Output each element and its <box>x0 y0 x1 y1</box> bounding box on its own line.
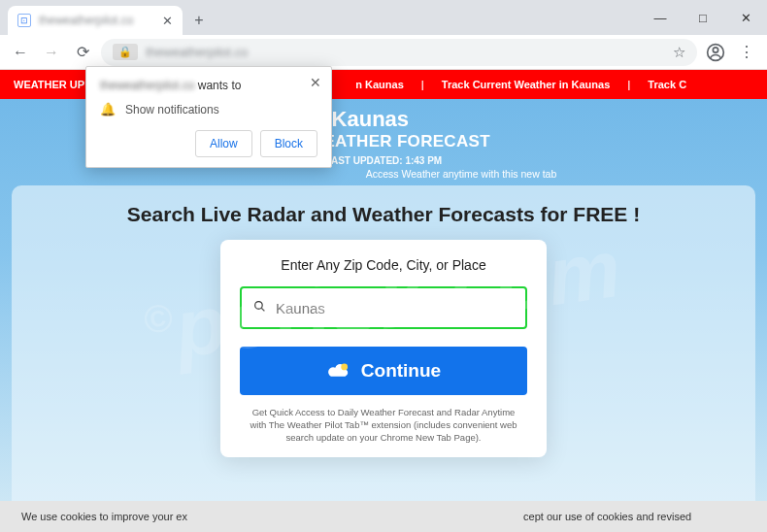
zip-input-value: Kaunas <box>276 300 325 316</box>
menu-icon[interactable]: ⋮ <box>734 40 759 65</box>
city-name: s, Kaunas <box>308 107 490 132</box>
window-maximize-button[interactable]: □ <box>682 0 724 35</box>
svg-line-3 <box>261 308 264 311</box>
continue-button[interactable]: Continue <box>240 347 527 395</box>
cookie-banner: We use cookies to improve your ex cept o… <box>0 501 767 532</box>
redbar-item: Track C <box>648 79 686 90</box>
svg-point-2 <box>255 302 263 310</box>
svg-point-4 <box>341 364 348 371</box>
reload-button[interactable]: ⟳ <box>70 40 95 65</box>
notif-buttons: Allow Block <box>100 130 317 157</box>
titlebar: ⊡ theweatherpilot.co ✕ + — □ ✕ <box>0 0 767 35</box>
allow-button[interactable]: Allow <box>195 130 252 157</box>
new-tab-button[interactable]: + <box>186 8 212 33</box>
search-card: Enter Any Zip Code, City, or Place Kauna… <box>220 240 547 457</box>
block-button[interactable]: Block <box>260 130 317 157</box>
bookmark-star-icon[interactable]: ☆ <box>673 44 685 61</box>
cookie-text-left: We use cookies to improve your ex <box>21 511 187 522</box>
zip-input[interactable]: Kaunas <box>240 286 527 329</box>
profile-icon[interactable] <box>703 40 728 65</box>
notif-site: theweatherpilot.co <box>100 79 194 92</box>
address-bar[interactable]: 🔒 theweatherpilot.co ☆ <box>101 39 697 66</box>
window-minimize-button[interactable]: — <box>639 0 682 35</box>
bell-icon: 🔔 <box>100 102 116 116</box>
tab-close-icon[interactable]: ✕ <box>162 14 173 28</box>
lock-icon: 🔒 <box>113 44 138 60</box>
window-controls: — □ ✕ <box>639 0 767 35</box>
search-panel: Search Live Radar and Weather Forecasts … <box>12 185 755 515</box>
card-disclaimer: Get Quick Access to Daily Weather Foreca… <box>240 407 527 444</box>
access-text: Access Weather anytime with this new tab <box>155 168 767 180</box>
panel-heading: Search Live Radar and Weather Forecasts … <box>12 203 755 226</box>
search-icon <box>253 300 266 316</box>
notif-line2: 🔔 Show notifications <box>100 102 317 116</box>
forward-button[interactable]: → <box>39 40 64 65</box>
continue-label: Continue <box>361 360 441 382</box>
svg-point-1 <box>713 47 717 51</box>
redbar-item: n Kaunas <box>355 79 404 90</box>
back-button[interactable]: ← <box>8 40 33 65</box>
url-text: theweatherpilot.co <box>146 45 673 59</box>
notif-show: Show notifications <box>125 103 219 116</box>
close-icon[interactable]: ✕ <box>310 75 321 90</box>
browser-toolbar: ← → ⟳ 🔒 theweatherpilot.co ☆ ⋮ <box>0 35 767 70</box>
tab-favicon: ⊡ <box>17 14 31 27</box>
cookie-text-right: cept our use of cookies and revised <box>523 511 691 522</box>
forecast-label: WEATHER FORECAST <box>308 132 490 151</box>
notif-wants: wants to <box>198 79 242 92</box>
tab-title: theweatherpilot.co <box>39 14 162 27</box>
notif-line1: theweatherpilot.co wants to <box>100 79 317 92</box>
card-prompt: Enter Any Zip Code, City, or Place <box>240 257 527 273</box>
notification-popup: ✕ theweatherpilot.co wants to 🔔 Show not… <box>85 66 332 168</box>
browser-tab[interactable]: ⊡ theweatherpilot.co ✕ <box>8 6 183 35</box>
cloud-icon <box>326 361 351 381</box>
redbar-item: Track Current Weather in Kaunas <box>442 79 610 90</box>
window-close-button[interactable]: ✕ <box>724 0 767 35</box>
